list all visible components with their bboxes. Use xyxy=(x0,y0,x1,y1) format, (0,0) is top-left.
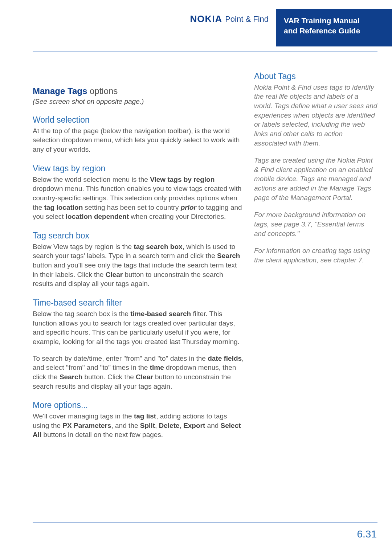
screenshot-note: (See screen shot on opposite page.) xyxy=(33,98,244,106)
time-filter-body-2: To search by date/time, enter "from" and… xyxy=(33,354,244,391)
text: To search by date/time, enter "from" and… xyxy=(33,355,208,362)
more-options-body: We'll cover managing tags in the tag lis… xyxy=(33,412,244,439)
bold: tag search box xyxy=(134,243,182,250)
text: We'll cover managing tags in the xyxy=(33,412,134,420)
about-tags-p1: Nokia Point & Find uses tags to identify… xyxy=(254,83,377,148)
text: buttons in detail on the next few pages. xyxy=(41,431,163,438)
time-filter-body-1: Below the tag search box is the time-bas… xyxy=(33,309,244,347)
about-tags-p3: For more background information on tags,… xyxy=(254,210,377,238)
view-tags-heading: View tags by region xyxy=(33,164,244,173)
manage-tags-suffix: options xyxy=(87,86,118,96)
bold: location dependent xyxy=(66,213,129,220)
page-number: 6.31 xyxy=(357,528,377,540)
bold: date fields xyxy=(208,355,242,362)
bold: time-based search xyxy=(130,310,191,318)
bold: Split xyxy=(140,422,155,429)
logo-product: Point & Find xyxy=(225,15,269,24)
bold: tag list xyxy=(134,412,156,420)
bold: Search xyxy=(60,373,82,381)
bottom-divider xyxy=(33,522,377,523)
bold: Search xyxy=(217,252,240,259)
bold: Delete xyxy=(159,422,180,429)
time-filter-heading: Time-based search filter xyxy=(33,298,244,308)
bold: Clear xyxy=(136,373,153,381)
logo-brand: NOKIA xyxy=(190,13,222,25)
italic-bold: prior xyxy=(181,204,196,211)
text: Below the world selection menu is the xyxy=(33,176,150,183)
text: button. Click the xyxy=(82,373,136,381)
bold: tag location xyxy=(44,204,83,211)
text: when creating your Directories. xyxy=(129,213,226,220)
text: setting has been set to country xyxy=(83,204,180,211)
bold: View tags by region xyxy=(150,176,215,183)
manage-tags-bold: Manage Tags xyxy=(33,86,87,96)
about-tags-heading: About Tags xyxy=(254,71,377,81)
badge-line-2: and Reference Guide xyxy=(284,26,384,36)
text: Below View tags by region is the xyxy=(33,243,134,250)
logo-area: NOKIA Point & Find xyxy=(190,9,269,25)
manual-badge: VAR Training Manual and Reference Guide xyxy=(276,9,392,46)
about-tags-p4: For information on creating tags using t… xyxy=(254,246,377,265)
text: , and the xyxy=(111,422,140,429)
text: , xyxy=(155,422,159,429)
about-tags-p2: Tags are created using the Nokia Point &… xyxy=(254,156,377,202)
bold: PX Parameters xyxy=(62,422,111,429)
bold: Clear xyxy=(106,271,123,278)
tag-search-heading: Tag search box xyxy=(33,231,244,241)
text: Below the tag search box is the xyxy=(33,310,130,318)
more-options-heading: More options... xyxy=(33,400,244,410)
tag-search-body: Below View tags by region is the tag sea… xyxy=(33,242,244,289)
bold: Export xyxy=(183,422,205,429)
world-selection-body: At the top of the page (below the naviga… xyxy=(33,126,244,154)
main-column: Manage Tags options (See screen shot on … xyxy=(33,71,244,439)
content-area: Manage Tags options (See screen shot on … xyxy=(0,52,392,439)
text: , xyxy=(180,422,184,429)
view-tags-body: Below the world selection menu is the Vi… xyxy=(33,175,244,221)
world-selection-heading: World selection xyxy=(33,115,244,125)
sidebar-column: About Tags Nokia Point & Find uses tags … xyxy=(254,71,377,439)
bold: time xyxy=(150,364,164,371)
text: and xyxy=(205,422,220,429)
badge-line-1: VAR Training Manual xyxy=(284,16,384,26)
manage-tags-heading: Manage Tags options xyxy=(33,86,244,96)
page-header: NOKIA Point & Find VAR Training Manual a… xyxy=(0,0,392,46)
